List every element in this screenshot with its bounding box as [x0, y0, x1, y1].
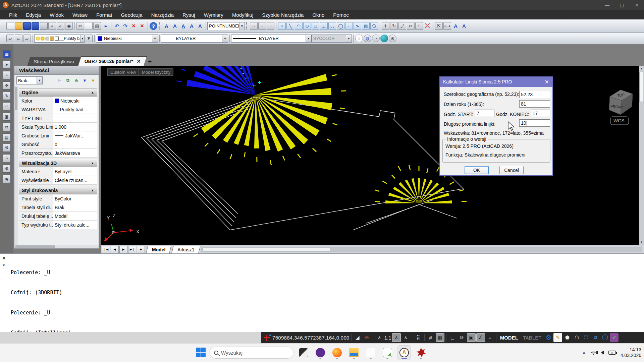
layer-freeze-icon[interactable]: [45, 37, 49, 41]
modify-trim-icon[interactable]: ✂: [407, 22, 415, 30]
layer-previous-icon[interactable]: ▱: [15, 35, 22, 42]
visual-style-label[interactable]: Model fizyczny: [139, 68, 173, 76]
scroll-down-icon[interactable]: ▼: [640, 240, 643, 245]
point-insert-icon[interactable]: ⁙: [250, 22, 258, 30]
tab-obr7-260126-pomiar[interactable]: OBR7 260126 pomiar* ✕: [78, 56, 147, 66]
app-actcad-icon[interactable]: A: [397, 345, 411, 360]
print-preview-icon[interactable]: ⌕: [48, 22, 56, 30]
ortho-icon[interactable]: ∟: [448, 333, 457, 342]
filter-icon[interactable]: ▼: [90, 77, 97, 84]
text-find-icon[interactable]: A: [196, 22, 204, 30]
match-properties-icon[interactable]: ⌁: [102, 22, 109, 30]
draw-arc-icon[interactable]: ◠: [295, 22, 303, 30]
collapse-icon[interactable]: ▲: [91, 90, 94, 94]
draw-polygon-icon[interactable]: ⬠: [370, 22, 378, 30]
panel-grip[interactable]: [16, 67, 18, 73]
close-button-icon[interactable]: ✕: [629, 0, 644, 10]
tab-model[interactable]: Model: [146, 246, 171, 253]
prop-row-grubosc-linii[interactable]: Grubość Linii JakWar...: [19, 131, 97, 140]
ucs-plane-icon[interactable]: ◢: [353, 333, 362, 342]
properties-scrollbar[interactable]: [14, 86, 18, 245]
side-blocks-icon[interactable]: ▣: [3, 113, 11, 121]
modify-scale-icon[interactable]: ⤢: [398, 22, 406, 30]
windows-stack-icon[interactable]: ⧉: [591, 333, 600, 342]
select-objects-icon[interactable]: ⧉: [64, 77, 71, 84]
modify-fillet-icon[interactable]: ◜: [415, 22, 423, 30]
dialog-close-icon[interactable]: ✕: [545, 79, 549, 85]
filter-edit-icon[interactable]: ▼: [81, 77, 88, 84]
menu-pomoc[interactable]: Pomoc: [329, 10, 353, 19]
section-ogolne[interactable]: Ogólne ▲: [19, 88, 97, 97]
side-sheet-icon[interactable]: ▤: [3, 133, 11, 141]
shade-2dwireframe-icon[interactable]: ○: [355, 35, 363, 42]
menu-plik[interactable]: Plik: [5, 10, 21, 19]
prop-row-tabela-styli[interactable]: Tabela styli dr... Brak: [19, 203, 97, 212]
side-view-icon[interactable]: ◉: [3, 175, 11, 183]
hour-end-field[interactable]: 17: [531, 110, 550, 117]
text-style-icon[interactable]: A: [188, 22, 196, 30]
shade-conceptual-icon[interactable]: ⊗: [389, 35, 396, 42]
check-icon[interactable]: ✔: [610, 333, 619, 342]
esnap-icon[interactable]: ▣: [467, 333, 476, 342]
properties-hscrollbar[interactable]: [14, 245, 99, 248]
close-command-icon[interactable]: ✕: [2, 255, 6, 261]
help-icon[interactable]: ?: [150, 22, 157, 30]
chevron-down-icon[interactable]: ▼: [80, 35, 84, 42]
layer-states-icon[interactable]: ▱: [23, 35, 31, 42]
gear-icon[interactable]: ⚙: [544, 333, 553, 342]
tab-arkusz1[interactable]: Arkusz1: [172, 246, 201, 253]
erase-icon[interactable]: ×: [138, 22, 146, 30]
prop-row-material[interactable]: Materia ł ByLayer: [19, 167, 97, 176]
chevron-down-icon[interactable]: ▼: [239, 22, 245, 30]
task-view-button[interactable]: [297, 345, 310, 360]
menu-szybkie-narzedzia[interactable]: Szybkie Narzędzia: [258, 10, 308, 19]
side-xref-icon[interactable]: ⧉: [3, 123, 11, 131]
tripod-light-icon[interactable]: ⋏: [392, 333, 401, 342]
battery-warning-icon[interactable]: ⚠: [608, 351, 616, 355]
wifi-icon[interactable]: [590, 351, 596, 355]
tripod-icon[interactable]: ⋏: [375, 333, 384, 342]
app-firefox-icon[interactable]: [330, 345, 344, 360]
tripod-pen-icon[interactable]: ⋏: [401, 333, 410, 342]
paste-icon[interactable]: ▤: [93, 22, 101, 30]
open-file-icon[interactable]: [15, 22, 22, 30]
dim-text2-icon[interactable]: A: [460, 22, 468, 30]
tablet-toggle[interactable]: TABLET: [521, 335, 544, 341]
text-icon[interactable]: A: [171, 22, 179, 30]
side-properties-icon[interactable]: ▦: [3, 50, 11, 58]
layer-on-bulb-icon[interactable]: [36, 37, 40, 41]
polar-icon[interactable]: ⊚: [458, 333, 466, 342]
taskbar-clock[interactable]: 14:13 4.03.2026: [621, 347, 641, 358]
prop-row-wyswietlanie[interactable]: Wyświetlanie ... Cienie rzucan...: [19, 176, 97, 185]
maximize-button-icon[interactable]: ▢: [614, 0, 629, 10]
drawing-viewport[interactable]: Custom View Model fizyczny: [101, 66, 639, 245]
quick-select-icon[interactable]: ⊫: [56, 77, 63, 84]
tab-strona-poczatkowa[interactable]: Strona Początkowa: [28, 57, 81, 66]
command-history[interactable]: Polecenie: _U Cofnij: (3DORBIT) Poleceni…: [8, 254, 229, 332]
side-render-icon[interactable]: ◑: [3, 154, 11, 162]
app-editor-icon[interactable]: [381, 345, 394, 360]
command-window[interactable]: ✕ ▼ Polecenie: _U Cofnij: (3DORBIT) Pole…: [0, 253, 644, 332]
last-layout-icon[interactable]: ▶❘: [128, 246, 136, 253]
modify-break-icon[interactable]: ⤬: [424, 22, 431, 30]
day-of-year-field[interactable]: 81: [519, 100, 550, 108]
shapes-icon[interactable]: ⬟: [563, 333, 572, 342]
draw-perpendicular-icon[interactable]: ⊥: [320, 22, 328, 30]
menu-wymiary[interactable]: Wymiary: [200, 10, 228, 19]
toolbar-grip[interactable]: [3, 22, 5, 30]
hidden-icons-chevron[interactable]: ∧: [582, 350, 586, 355]
coordinates-readout[interactable]: 7509884.346,5772387.164,0.000: [272, 335, 350, 341]
modify-rotate-icon[interactable]: ↻: [390, 22, 398, 30]
menu-narzedzia[interactable]: Narzędzia: [147, 10, 178, 19]
chevron-down-icon[interactable]: ▼: [37, 77, 42, 84]
prop-row-typ-wydruku[interactable]: Typ wydruku t... Styl druku zale...: [19, 221, 97, 229]
dialog-title-bar[interactable]: Kalkulator Linijki Slonca 2.5 PRO ✕: [440, 77, 552, 87]
sun-ruler-calculator-dialog[interactable]: Kalkulator Linijki Slonca 2.5 PRO ✕ Szer…: [439, 76, 553, 176]
prop-row-przezroczystosc[interactable]: Przezroczysto... JakWarstwa: [19, 149, 97, 158]
color-combo[interactable]: Niebieski ▼: [96, 35, 158, 43]
selection-combo[interactable]: Brak : ▼: [16, 76, 43, 84]
draw-spline-icon[interactable]: ∿: [354, 22, 361, 30]
draw-line-icon[interactable]: ╲: [286, 22, 294, 30]
chevron-down-icon[interactable]: ▼: [222, 35, 228, 42]
award-icon[interactable]: ☖: [572, 333, 581, 342]
